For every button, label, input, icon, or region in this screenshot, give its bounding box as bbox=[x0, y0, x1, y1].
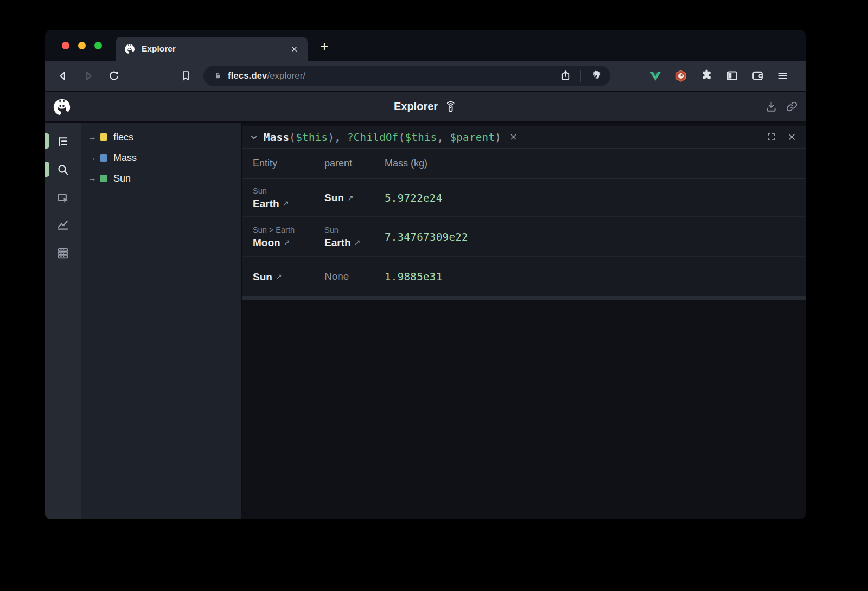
results-table-header: Entity parent Mass (kg) bbox=[242, 149, 806, 179]
browser-tab[interactable]: Explorer bbox=[116, 37, 308, 61]
search-icon[interactable] bbox=[55, 162, 71, 177]
query-widget: Mass($this), ?ChildOf($this, $parent) bbox=[242, 126, 806, 296]
query-variable: $this bbox=[296, 131, 328, 143]
flecs-logo-icon[interactable] bbox=[53, 98, 71, 116]
query-term-name: Mass bbox=[264, 131, 289, 143]
share-icon[interactable] bbox=[557, 68, 573, 84]
external-link-icon[interactable]: ↗ bbox=[276, 272, 282, 281]
brave-shield-icon[interactable] bbox=[588, 68, 604, 84]
entity-path: Sun bbox=[324, 225, 385, 235]
tree-item-flecs[interactable]: → flecs bbox=[81, 127, 241, 147]
page-title: Explorer bbox=[394, 100, 438, 113]
entity-link[interactable]: Sun bbox=[253, 271, 272, 283]
close-panel-icon[interactable] bbox=[785, 131, 798, 144]
expand-arrow-icon[interactable]: → bbox=[88, 153, 100, 163]
explorer-header: Explorer bbox=[45, 91, 806, 121]
url-path: /explorer/ bbox=[267, 70, 305, 80]
close-window-button[interactable] bbox=[62, 42, 69, 49]
download-icon[interactable] bbox=[763, 99, 778, 114]
chevron-down-icon[interactable] bbox=[247, 131, 260, 144]
back-icon[interactable] bbox=[55, 68, 71, 84]
tree-outline-icon[interactable] bbox=[55, 134, 71, 149]
vue-devtools-icon[interactable] bbox=[647, 68, 663, 84]
minimize-window-button[interactable] bbox=[78, 42, 86, 49]
desktop-background: Explorer + bbox=[0, 0, 868, 591]
mass-cell: 1.9885e31 bbox=[385, 271, 806, 282]
entity-path: Sun bbox=[253, 186, 324, 196]
query-predicate: ?ChildOf bbox=[347, 131, 399, 143]
mass-value: 1.9885e31 bbox=[385, 271, 806, 282]
fullscreen-icon[interactable] bbox=[764, 131, 777, 144]
query-expression[interactable]: Mass($this), ?ChildOf($this, $parent) bbox=[264, 131, 501, 143]
remote-connection-icon bbox=[444, 100, 457, 113]
new-tab-button[interactable]: + bbox=[317, 38, 332, 54]
component-color-swatch bbox=[100, 154, 107, 162]
entity-link[interactable]: Earth bbox=[253, 197, 279, 210]
query-punct: ( bbox=[399, 131, 405, 143]
table-row: Sun ↗ None 1.9885e31 bbox=[242, 257, 806, 296]
mass-cell: 5.9722e24 bbox=[385, 192, 806, 204]
query-panel-actions bbox=[764, 131, 798, 144]
external-link-icon[interactable]: ↗ bbox=[354, 238, 361, 247]
url-domain: flecs.dev bbox=[228, 70, 267, 80]
tree-item-label: Sun bbox=[113, 173, 131, 184]
entity-link[interactable]: Moon bbox=[253, 236, 280, 249]
external-link-icon[interactable]: ↗ bbox=[284, 238, 290, 247]
external-link-icon[interactable]: ↗ bbox=[347, 194, 354, 202]
zoom-window-button[interactable] bbox=[94, 42, 102, 49]
reload-icon[interactable] bbox=[106, 68, 122, 84]
column-header-mass: Mass (kg) bbox=[385, 158, 806, 169]
query-variable: $parent bbox=[450, 131, 495, 143]
url-bar[interactable]: flecs.dev/explorer/ bbox=[203, 66, 610, 86]
table-row: Sun Earth ↗ Sun ↗ bbox=[242, 179, 806, 217]
tree-item-mass[interactable]: → Mass bbox=[81, 147, 241, 168]
query-punct: ( bbox=[289, 131, 296, 143]
copy-link-icon[interactable] bbox=[784, 99, 799, 114]
query-punct: , bbox=[437, 131, 450, 143]
mass-cell: 7.34767309e22 bbox=[385, 231, 806, 243]
tree-item-label: Mass bbox=[113, 152, 137, 164]
menu-icon[interactable] bbox=[775, 68, 791, 84]
panel-icon-rail bbox=[45, 123, 81, 519]
query-header: Mass($this), ?ChildOf($this, $parent) bbox=[242, 126, 806, 149]
browser-tab-strip: Explorer + bbox=[45, 30, 806, 61]
url-text: flecs.dev/explorer/ bbox=[228, 70, 305, 81]
header-actions bbox=[763, 99, 799, 114]
entity-color-swatch bbox=[100, 175, 107, 182]
extensions-puzzle-icon[interactable] bbox=[698, 68, 714, 84]
external-link-icon[interactable]: ↗ bbox=[283, 199, 289, 208]
forward-icon[interactable] bbox=[80, 68, 97, 84]
panel-resize-handle[interactable] bbox=[242, 296, 806, 300]
parent-none-value: None bbox=[324, 271, 385, 282]
lock-icon bbox=[212, 70, 224, 81]
inspector-icon[interactable] bbox=[55, 191, 71, 206]
flecs-extension-icon[interactable] bbox=[673, 68, 689, 84]
tab-favicon-flecs-logo-icon bbox=[124, 43, 135, 54]
window-controls bbox=[62, 30, 102, 61]
stats-chart-icon[interactable] bbox=[55, 217, 71, 232]
parent-cell: None bbox=[324, 271, 385, 282]
expand-arrow-icon[interactable]: → bbox=[88, 174, 100, 183]
parent-cell: Sun Earth ↗ bbox=[324, 225, 385, 249]
sidebar-toggle-icon[interactable] bbox=[724, 68, 740, 84]
wallet-icon[interactable] bbox=[749, 68, 765, 84]
browser-window: Explorer + bbox=[45, 30, 806, 519]
entity-cell: Sun Earth ↗ bbox=[253, 186, 324, 210]
tree-item-sun[interactable]: → Sun bbox=[81, 168, 241, 189]
entity-link[interactable]: Earth bbox=[324, 236, 351, 249]
module-color-swatch bbox=[100, 133, 107, 141]
explorer-content: → flecs → Mass → Sun bbox=[45, 121, 806, 519]
main-panel: Mass($this), ?ChildOf($this, $parent) bbox=[241, 123, 806, 519]
entity-index-icon[interactable] bbox=[55, 246, 71, 261]
expand-arrow-icon[interactable]: → bbox=[88, 132, 100, 142]
entity-link[interactable]: Sun bbox=[324, 191, 344, 204]
active-panel-indicator bbox=[45, 162, 49, 177]
query-variable: $this bbox=[405, 131, 437, 143]
tab-close-icon[interactable] bbox=[288, 43, 300, 55]
entity-tree-panel: → flecs → Mass → Sun bbox=[81, 123, 241, 519]
page-title-group: Explorer bbox=[45, 100, 806, 113]
tab-title: Explorer bbox=[142, 44, 288, 54]
clear-query-icon[interactable] bbox=[508, 132, 519, 143]
tree-item-label: flecs bbox=[113, 132, 133, 143]
bookmark-icon[interactable] bbox=[177, 68, 194, 84]
